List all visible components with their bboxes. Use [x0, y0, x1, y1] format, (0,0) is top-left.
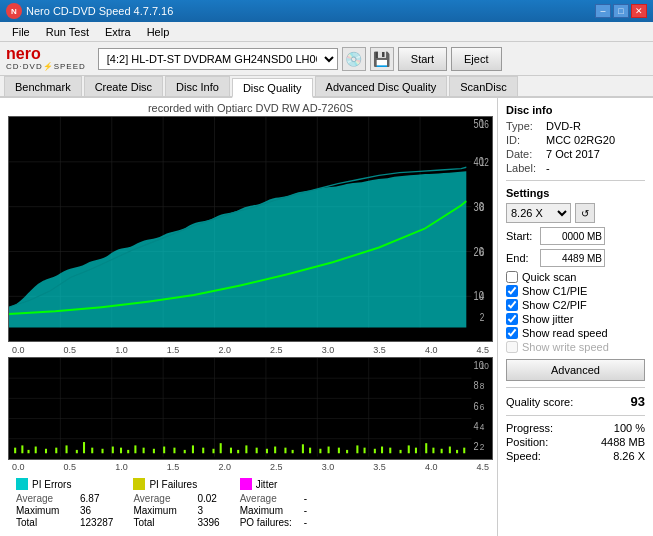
save-icon-button[interactable]: 💾 — [370, 47, 394, 71]
divider-1 — [506, 180, 645, 181]
top-chart-x-labels: 0.00.51.01.52.02.53.03.54.04.5 — [8, 345, 493, 355]
show-c1-label: Show C1/PIE — [522, 285, 587, 297]
quick-scan-checkbox[interactable] — [506, 271, 518, 283]
maximize-button[interactable]: □ — [613, 4, 629, 18]
menu-extra[interactable]: Extra — [97, 24, 139, 40]
position-label: Position: — [506, 436, 548, 448]
divider-3 — [506, 415, 645, 416]
disc-icon-button[interactable]: 💿 — [342, 47, 366, 71]
nero-text: nero — [6, 46, 41, 62]
jitter-avg-label: Average — [240, 493, 300, 504]
nero-logo: nero CD·DVD⚡SPEED — [6, 46, 86, 71]
quality-score-row: Quality score: 93 — [506, 394, 645, 409]
disc-label-value: - — [546, 162, 550, 174]
svg-rect-71 — [319, 449, 321, 453]
menubar: File Run Test Extra Help — [0, 22, 653, 42]
close-button[interactable]: ✕ — [631, 4, 647, 18]
tab-scan-disc[interactable]: ScanDisc — [449, 76, 517, 96]
speed-selector[interactable]: 8.26 X — [506, 203, 571, 223]
svg-rect-73 — [338, 448, 340, 454]
end-row: End: — [506, 249, 645, 267]
tab-benchmark[interactable]: Benchmark — [4, 76, 82, 96]
menu-file[interactable]: File — [4, 24, 38, 40]
svg-rect-38 — [21, 446, 23, 454]
show-write-speed-label: Show write speed — [522, 341, 609, 353]
svg-rect-52 — [143, 448, 145, 454]
svg-text:4: 4 — [474, 420, 480, 431]
svg-rect-40 — [35, 447, 37, 454]
titlebar-title: Nero CD-DVD Speed 4.7.7.16 — [26, 5, 173, 17]
start-input[interactable] — [540, 227, 605, 245]
position-value: 4488 MB — [601, 436, 645, 448]
pi-failures-avg-label: Average — [133, 493, 193, 504]
show-read-speed-checkbox[interactable] — [506, 327, 518, 339]
pi-errors-label: PI Errors — [32, 479, 71, 490]
minimize-button[interactable]: – — [595, 4, 611, 18]
svg-rect-41 — [45, 449, 47, 453]
quick-scan-label: Quick scan — [522, 271, 576, 283]
tab-advanced-disc-quality[interactable]: Advanced Disc Quality — [315, 76, 448, 96]
svg-rect-72 — [328, 447, 330, 454]
refresh-button[interactable]: ↺ — [575, 203, 595, 223]
svg-rect-49 — [120, 448, 122, 454]
eject-button[interactable]: Eject — [451, 47, 501, 71]
svg-rect-63 — [245, 446, 247, 454]
quality-score-value: 93 — [631, 394, 645, 409]
titlebar: N Nero CD-DVD Speed 4.7.7.16 – □ ✕ — [0, 0, 653, 22]
show-c2-row: Show C2/PIF — [506, 299, 645, 311]
quality-score-label: Quality score: — [506, 396, 573, 408]
speed-row: 8.26 X ↺ — [506, 203, 645, 223]
show-c1-row: Show C1/PIE — [506, 285, 645, 297]
svg-text:2: 2 — [474, 441, 479, 452]
svg-rect-64 — [256, 448, 258, 454]
svg-text:6: 6 — [474, 400, 479, 411]
date-label: Date: — [506, 148, 542, 160]
legend: PI Errors Average 6.87 Maximum 36 Total … — [8, 474, 493, 532]
show-c2-label: Show C2/PIF — [522, 299, 587, 311]
menu-run-test[interactable]: Run Test — [38, 24, 97, 40]
svg-rect-43 — [66, 446, 68, 454]
svg-rect-58 — [202, 448, 204, 454]
show-c2-checkbox[interactable] — [506, 299, 518, 311]
id-row: ID: MCC 02RG20 — [506, 134, 645, 146]
tab-disc-info[interactable]: Disc Info — [165, 76, 230, 96]
svg-text:4: 4 — [480, 422, 485, 432]
titlebar-controls[interactable]: – □ ✕ — [595, 4, 647, 18]
svg-rect-67 — [284, 448, 286, 454]
start-button[interactable]: Start — [398, 47, 447, 71]
drive-selector[interactable]: [4:2] HL-DT-ST DVDRAM GH24NSD0 LH00 — [98, 48, 338, 70]
disc-label-row: Label: - — [506, 162, 645, 174]
svg-rect-85 — [441, 449, 443, 453]
svg-rect-70 — [309, 448, 311, 454]
menu-help[interactable]: Help — [139, 24, 178, 40]
show-c1-checkbox[interactable] — [506, 285, 518, 297]
svg-rect-66 — [274, 447, 276, 454]
svg-rect-82 — [415, 448, 417, 454]
pi-failures-max-label: Maximum — [133, 505, 193, 516]
svg-text:8: 8 — [480, 381, 485, 391]
jitter-avg-value: - — [304, 493, 307, 504]
jitter-max-value: - — [304, 505, 307, 516]
tab-create-disc[interactable]: Create Disc — [84, 76, 163, 96]
progress-value: 100 % — [614, 422, 645, 434]
svg-rect-60 — [220, 443, 222, 453]
id-value: MCC 02RG20 — [546, 134, 615, 146]
svg-rect-65 — [266, 449, 268, 453]
show-jitter-checkbox[interactable] — [506, 313, 518, 325]
end-input[interactable] — [540, 249, 605, 267]
svg-rect-79 — [389, 448, 391, 454]
tab-disc-quality[interactable]: Disc Quality — [232, 78, 313, 98]
svg-rect-88 — [463, 448, 465, 454]
progress-label: Progress: — [506, 422, 553, 434]
jitter-po-value: - — [304, 517, 307, 528]
svg-text:16: 16 — [480, 118, 489, 130]
svg-rect-47 — [101, 449, 103, 453]
chart-title: recorded with Optiarc DVD RW AD-7260S — [8, 102, 493, 114]
svg-rect-77 — [374, 449, 376, 453]
advanced-button[interactable]: Advanced — [506, 359, 645, 381]
svg-rect-81 — [408, 446, 410, 454]
pi-errors-color — [16, 478, 28, 490]
top-chart: 50 40 30 20 10 16 12 8 6 4 2 — [8, 116, 493, 342]
legend-pi-failures: PI Failures Average 0.02 Maximum 3 Total… — [133, 478, 219, 528]
show-write-speed-checkbox[interactable] — [506, 341, 518, 353]
